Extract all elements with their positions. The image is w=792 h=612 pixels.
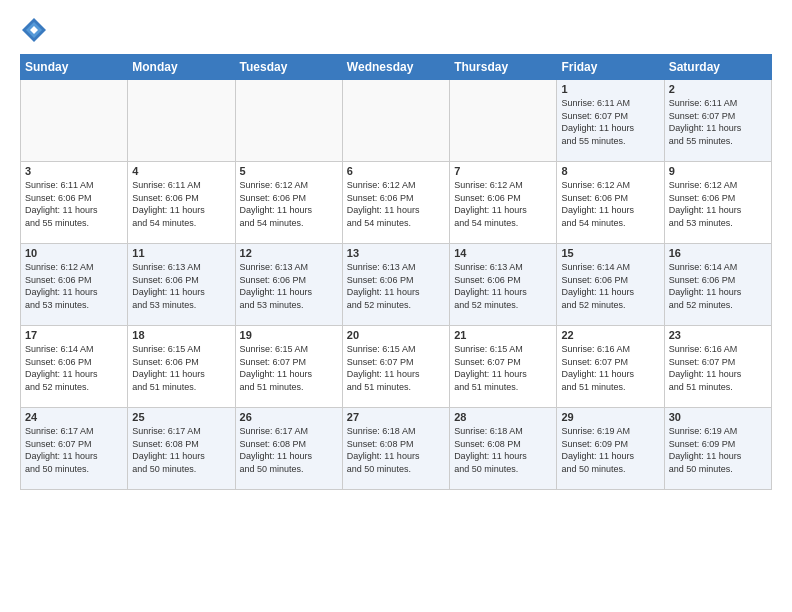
week-row-5: 24Sunrise: 6:17 AM Sunset: 6:07 PM Dayli…: [21, 408, 772, 490]
day-number: 2: [669, 83, 767, 95]
day-info: Sunrise: 6:13 AM Sunset: 6:06 PM Dayligh…: [347, 261, 445, 311]
day-number: 7: [454, 165, 552, 177]
day-number: 4: [132, 165, 230, 177]
day-number: 13: [347, 247, 445, 259]
day-info: Sunrise: 6:13 AM Sunset: 6:06 PM Dayligh…: [240, 261, 338, 311]
day-cell: 21Sunrise: 6:15 AM Sunset: 6:07 PM Dayli…: [450, 326, 557, 408]
day-cell: 8Sunrise: 6:12 AM Sunset: 6:06 PM Daylig…: [557, 162, 664, 244]
weekday-row: SundayMondayTuesdayWednesdayThursdayFrid…: [21, 55, 772, 80]
day-cell: 25Sunrise: 6:17 AM Sunset: 6:08 PM Dayli…: [128, 408, 235, 490]
day-cell: [235, 80, 342, 162]
day-number: 10: [25, 247, 123, 259]
day-info: Sunrise: 6:16 AM Sunset: 6:07 PM Dayligh…: [669, 343, 767, 393]
day-number: 3: [25, 165, 123, 177]
day-info: Sunrise: 6:11 AM Sunset: 6:06 PM Dayligh…: [25, 179, 123, 229]
weekday-header-wednesday: Wednesday: [342, 55, 449, 80]
weekday-header-thursday: Thursday: [450, 55, 557, 80]
day-number: 1: [561, 83, 659, 95]
calendar-table: SundayMondayTuesdayWednesdayThursdayFrid…: [20, 54, 772, 490]
day-number: 24: [25, 411, 123, 423]
calendar-body: 1Sunrise: 6:11 AM Sunset: 6:07 PM Daylig…: [21, 80, 772, 490]
weekday-header-friday: Friday: [557, 55, 664, 80]
day-info: Sunrise: 6:13 AM Sunset: 6:06 PM Dayligh…: [454, 261, 552, 311]
day-info: Sunrise: 6:13 AM Sunset: 6:06 PM Dayligh…: [132, 261, 230, 311]
week-row-2: 3Sunrise: 6:11 AM Sunset: 6:06 PM Daylig…: [21, 162, 772, 244]
day-cell: 28Sunrise: 6:18 AM Sunset: 6:08 PM Dayli…: [450, 408, 557, 490]
day-info: Sunrise: 6:15 AM Sunset: 6:07 PM Dayligh…: [454, 343, 552, 393]
day-cell: 15Sunrise: 6:14 AM Sunset: 6:06 PM Dayli…: [557, 244, 664, 326]
day-info: Sunrise: 6:11 AM Sunset: 6:07 PM Dayligh…: [561, 97, 659, 147]
day-info: Sunrise: 6:15 AM Sunset: 6:07 PM Dayligh…: [347, 343, 445, 393]
day-number: 30: [669, 411, 767, 423]
weekday-header-saturday: Saturday: [664, 55, 771, 80]
day-cell: 13Sunrise: 6:13 AM Sunset: 6:06 PM Dayli…: [342, 244, 449, 326]
day-cell: 10Sunrise: 6:12 AM Sunset: 6:06 PM Dayli…: [21, 244, 128, 326]
day-cell: 6Sunrise: 6:12 AM Sunset: 6:06 PM Daylig…: [342, 162, 449, 244]
day-number: 26: [240, 411, 338, 423]
day-number: 29: [561, 411, 659, 423]
day-cell: 20Sunrise: 6:15 AM Sunset: 6:07 PM Dayli…: [342, 326, 449, 408]
day-number: 17: [25, 329, 123, 341]
day-cell: [21, 80, 128, 162]
day-cell: 12Sunrise: 6:13 AM Sunset: 6:06 PM Dayli…: [235, 244, 342, 326]
day-cell: 27Sunrise: 6:18 AM Sunset: 6:08 PM Dayli…: [342, 408, 449, 490]
week-row-1: 1Sunrise: 6:11 AM Sunset: 6:07 PM Daylig…: [21, 80, 772, 162]
day-number: 8: [561, 165, 659, 177]
day-info: Sunrise: 6:11 AM Sunset: 6:06 PM Dayligh…: [132, 179, 230, 229]
day-cell: 5Sunrise: 6:12 AM Sunset: 6:06 PM Daylig…: [235, 162, 342, 244]
day-cell: 17Sunrise: 6:14 AM Sunset: 6:06 PM Dayli…: [21, 326, 128, 408]
day-number: 25: [132, 411, 230, 423]
day-number: 14: [454, 247, 552, 259]
day-cell: [342, 80, 449, 162]
day-info: Sunrise: 6:19 AM Sunset: 6:09 PM Dayligh…: [669, 425, 767, 475]
day-info: Sunrise: 6:11 AM Sunset: 6:07 PM Dayligh…: [669, 97, 767, 147]
day-info: Sunrise: 6:17 AM Sunset: 6:08 PM Dayligh…: [132, 425, 230, 475]
day-number: 28: [454, 411, 552, 423]
day-number: 21: [454, 329, 552, 341]
day-info: Sunrise: 6:14 AM Sunset: 6:06 PM Dayligh…: [669, 261, 767, 311]
day-number: 15: [561, 247, 659, 259]
day-cell: 19Sunrise: 6:15 AM Sunset: 6:07 PM Dayli…: [235, 326, 342, 408]
logo-icon: [20, 16, 48, 44]
day-info: Sunrise: 6:14 AM Sunset: 6:06 PM Dayligh…: [25, 343, 123, 393]
day-cell: 4Sunrise: 6:11 AM Sunset: 6:06 PM Daylig…: [128, 162, 235, 244]
day-cell: 18Sunrise: 6:15 AM Sunset: 6:06 PM Dayli…: [128, 326, 235, 408]
logo: [20, 16, 52, 44]
page: SundayMondayTuesdayWednesdayThursdayFrid…: [0, 0, 792, 500]
day-number: 16: [669, 247, 767, 259]
day-info: Sunrise: 6:17 AM Sunset: 6:07 PM Dayligh…: [25, 425, 123, 475]
calendar-header: SundayMondayTuesdayWednesdayThursdayFrid…: [21, 55, 772, 80]
day-number: 23: [669, 329, 767, 341]
day-cell: 30Sunrise: 6:19 AM Sunset: 6:09 PM Dayli…: [664, 408, 771, 490]
day-info: Sunrise: 6:15 AM Sunset: 6:07 PM Dayligh…: [240, 343, 338, 393]
day-info: Sunrise: 6:16 AM Sunset: 6:07 PM Dayligh…: [561, 343, 659, 393]
weekday-header-tuesday: Tuesday: [235, 55, 342, 80]
week-row-4: 17Sunrise: 6:14 AM Sunset: 6:06 PM Dayli…: [21, 326, 772, 408]
day-number: 5: [240, 165, 338, 177]
day-cell: 11Sunrise: 6:13 AM Sunset: 6:06 PM Dayli…: [128, 244, 235, 326]
day-cell: 29Sunrise: 6:19 AM Sunset: 6:09 PM Dayli…: [557, 408, 664, 490]
header: [20, 16, 772, 44]
week-row-3: 10Sunrise: 6:12 AM Sunset: 6:06 PM Dayli…: [21, 244, 772, 326]
day-info: Sunrise: 6:12 AM Sunset: 6:06 PM Dayligh…: [347, 179, 445, 229]
day-cell: 7Sunrise: 6:12 AM Sunset: 6:06 PM Daylig…: [450, 162, 557, 244]
day-info: Sunrise: 6:12 AM Sunset: 6:06 PM Dayligh…: [669, 179, 767, 229]
day-info: Sunrise: 6:17 AM Sunset: 6:08 PM Dayligh…: [240, 425, 338, 475]
day-cell: 2Sunrise: 6:11 AM Sunset: 6:07 PM Daylig…: [664, 80, 771, 162]
day-info: Sunrise: 6:12 AM Sunset: 6:06 PM Dayligh…: [561, 179, 659, 229]
day-number: 9: [669, 165, 767, 177]
day-cell: 22Sunrise: 6:16 AM Sunset: 6:07 PM Dayli…: [557, 326, 664, 408]
day-cell: 3Sunrise: 6:11 AM Sunset: 6:06 PM Daylig…: [21, 162, 128, 244]
day-number: 18: [132, 329, 230, 341]
day-number: 27: [347, 411, 445, 423]
day-cell: 24Sunrise: 6:17 AM Sunset: 6:07 PM Dayli…: [21, 408, 128, 490]
day-number: 20: [347, 329, 445, 341]
day-cell: 14Sunrise: 6:13 AM Sunset: 6:06 PM Dayli…: [450, 244, 557, 326]
day-cell: 1Sunrise: 6:11 AM Sunset: 6:07 PM Daylig…: [557, 80, 664, 162]
day-number: 22: [561, 329, 659, 341]
day-info: Sunrise: 6:12 AM Sunset: 6:06 PM Dayligh…: [25, 261, 123, 311]
day-info: Sunrise: 6:18 AM Sunset: 6:08 PM Dayligh…: [454, 425, 552, 475]
day-cell: 9Sunrise: 6:12 AM Sunset: 6:06 PM Daylig…: [664, 162, 771, 244]
day-info: Sunrise: 6:12 AM Sunset: 6:06 PM Dayligh…: [240, 179, 338, 229]
day-cell: [450, 80, 557, 162]
